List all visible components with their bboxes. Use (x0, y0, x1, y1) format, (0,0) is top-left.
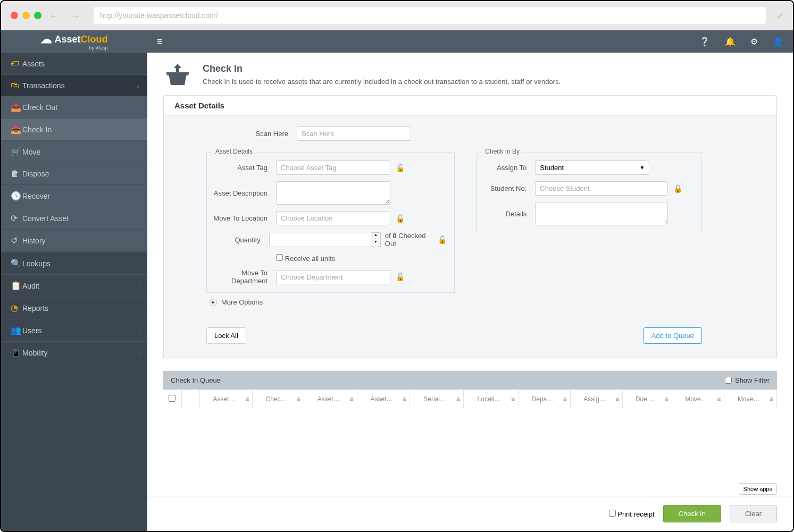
nav-recover[interactable]: 🕓Recover (1, 185, 147, 207)
users-icon: 👥 (11, 325, 22, 335)
queue-col-header[interactable]: Locati… ≡ (464, 390, 519, 409)
queue-table: Asset… ≡Chec… ≡Asset… ≡Asset… ≡Serial… ≡… (163, 390, 777, 441)
topbar: ≡ ❔ 🔔 ⚙ 👤 (147, 30, 793, 53)
help-icon[interactable]: ❔ (699, 37, 710, 47)
browser-bar: ← → http://yoursite.waspassetcloud.com/ … (1, 1, 793, 30)
column-menu-icon[interactable]: ≡ (456, 395, 460, 403)
column-menu-icon[interactable]: ≡ (403, 395, 406, 403)
nav-checkout[interactable]: 📤Check Out (1, 96, 147, 119)
more-options-toggle[interactable]: ▶ More Options (210, 298, 455, 306)
audit-icon: 📋 (11, 281, 22, 291)
move-dept-input[interactable] (276, 270, 390, 284)
asset-tag-input[interactable] (276, 161, 390, 175)
forward-icon[interactable]: → (67, 10, 84, 22)
nav-assets[interactable]: 🏷 Assets› (1, 53, 147, 74)
column-menu-icon[interactable]: ≡ (245, 395, 249, 403)
hamburger-icon[interactable]: ≡ (157, 36, 163, 47)
queue-col-header[interactable]: Chec… ≡ (253, 390, 304, 409)
asset-legend: Asset Details (212, 148, 256, 155)
queue-col-header[interactable]: Depa… ≡ (519, 390, 571, 409)
column-menu-icon[interactable]: ≡ (297, 395, 300, 403)
column-menu-icon[interactable]: ≡ (563, 395, 567, 403)
select-all-checkbox[interactable] (169, 395, 175, 402)
column-menu-icon[interactable]: ≡ (665, 395, 668, 403)
bell-icon[interactable]: 🔔 (725, 37, 736, 47)
queue-col-header[interactable]: Due … ≡ (623, 390, 672, 409)
reports-icon: ◔ (11, 303, 22, 313)
details-input[interactable] (535, 202, 668, 225)
nav-transactions[interactable]: 🛍 Transactions⌄ (1, 74, 147, 96)
nav-lookups[interactable]: 🔍Lookups› (1, 252, 147, 274)
queue-col-header[interactable]: Move… ≡ (672, 390, 724, 409)
print-receipt-checkbox[interactable] (609, 510, 616, 517)
nav-convert[interactable]: ⟳Convert Asset (1, 207, 147, 230)
qty-spinner[interactable]: ▲▼ (371, 232, 381, 247)
queue-col-header[interactable]: Move… ≡ (724, 390, 777, 409)
receive-all-checkbox[interactable] (276, 254, 283, 261)
user-icon[interactable]: 👤 (773, 37, 783, 47)
nav-checkin[interactable]: 📥Check In (1, 119, 147, 141)
column-menu-icon[interactable]: ≡ (717, 395, 721, 403)
url-bar[interactable]: http://yoursite.waspassetcloud.com/ (94, 7, 766, 24)
asset-details-panel: Asset Details Scan Here Asset Details (163, 95, 777, 359)
panel-heading: Asset Details (164, 96, 776, 116)
qty-input[interactable] (269, 233, 371, 247)
move-loc-input[interactable] (276, 211, 390, 225)
nav-dispose[interactable]: 🗑Dispose (1, 163, 147, 185)
add-to-queue-button[interactable]: Add to Queue (643, 327, 702, 344)
details-label: Details (477, 210, 535, 218)
lock-icon[interactable]: 🔓 (438, 235, 447, 244)
queue-col-header[interactable]: Assig… ≡ (570, 390, 623, 409)
student-no-label: Student No. (477, 184, 535, 192)
clear-button[interactable]: Clear (730, 505, 777, 522)
print-receipt-toggle[interactable]: Print receipt (609, 510, 655, 518)
show-filter-checkbox[interactable] (725, 377, 732, 384)
mac-max-icon[interactable] (34, 12, 41, 19)
column-menu-icon[interactable]: ≡ (615, 395, 619, 403)
mac-min-icon[interactable] (22, 12, 30, 19)
scan-label: Scan Here (228, 130, 297, 138)
checkin-button[interactable]: Check In (663, 505, 721, 522)
lock-icon[interactable]: 🔓 (396, 214, 405, 223)
queue-col-header[interactable]: Serial… ≡ (410, 390, 464, 409)
expand-icon: ▶ (210, 299, 217, 306)
nav-history[interactable]: ↺History (1, 230, 147, 252)
column-menu-icon[interactable]: ≡ (770, 395, 773, 403)
qty-of-text: of 0 Checked Out (385, 232, 432, 248)
chevron-down-icon: ⌄ (136, 83, 140, 89)
nav-users[interactable]: 👥Users› (1, 319, 147, 341)
queue-col-header[interactable]: Asset… ≡ (357, 390, 410, 409)
lock-icon[interactable]: 🔓 (396, 273, 405, 281)
nav-reports[interactable]: ◔Reports› (1, 297, 147, 319)
asset-tag-label: Asset Tag (207, 164, 276, 172)
lock-all-button[interactable]: Lock All (206, 327, 246, 344)
cloud-icon: ☁ (40, 32, 52, 46)
show-filter-toggle[interactable]: Show Filter (725, 376, 770, 384)
nav-move[interactable]: 🛒Move (1, 141, 147, 163)
queue-col-header[interactable]: Asset… ≡ (199, 390, 253, 409)
assign-to-select[interactable]: Student▼ (535, 161, 649, 175)
queue-col-header[interactable]: Asset… ≡ (304, 390, 357, 409)
mac-close-icon[interactable] (11, 12, 18, 19)
student-no-input[interactable] (535, 181, 668, 196)
scan-input[interactable] (297, 126, 411, 141)
lock-icon[interactable]: 🔓 (396, 164, 405, 172)
move-dept-label: Move To Department (207, 269, 276, 285)
back-icon[interactable]: ← (46, 10, 63, 22)
page-header: Check In Check In is used to receive ass… (163, 60, 777, 95)
nav-mobility[interactable]: 📱Mobility› (1, 341, 147, 364)
footer-bar: Print receipt Check In Clear (147, 496, 793, 531)
lock-icon[interactable]: 🔓 (673, 184, 682, 193)
asset-desc-input[interactable] (276, 181, 390, 205)
receive-all-label[interactable]: Receive all units (276, 254, 344, 263)
expand-icon[interactable]: ⤢ (776, 11, 783, 21)
nav-audit[interactable]: 📋Audit› (1, 274, 147, 297)
column-menu-icon[interactable]: ≡ (350, 395, 354, 403)
transactions-submenu: 📤Check Out 📥Check In 🛒Move 🗑Dispose 🕓Rec… (1, 96, 147, 252)
show-apps-button[interactable]: Show apps (739, 483, 777, 495)
column-menu-icon[interactable]: ≡ (511, 395, 515, 403)
page-title: Check In (203, 63, 561, 74)
checkinby-legend: Check In By (482, 148, 523, 155)
gear-icon[interactable]: ⚙ (750, 37, 758, 47)
chevron-right-icon: › (138, 61, 140, 67)
